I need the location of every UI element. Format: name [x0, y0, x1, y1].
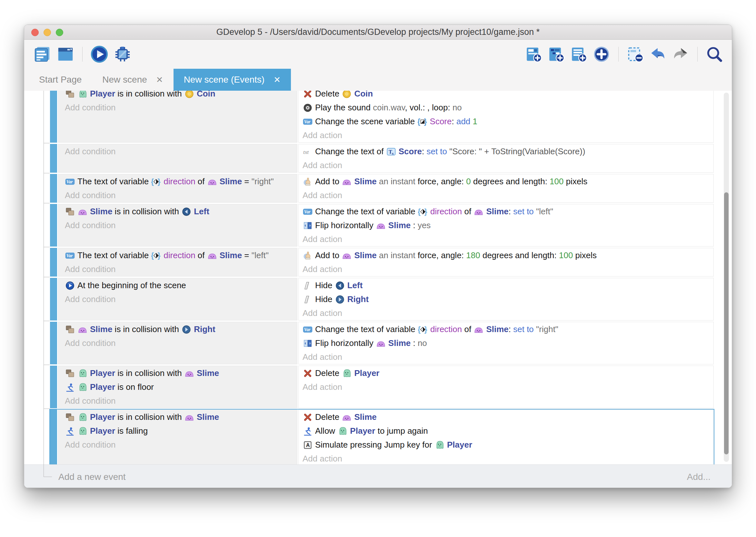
event-row[interactable]: Player is in collision with SlimePlayer … — [50, 409, 714, 464]
add-action-button[interactable]: Add action — [303, 307, 713, 319]
event-left-bar[interactable] — [50, 278, 57, 320]
add-condition-button[interactable]: Add condition — [65, 189, 297, 201]
action-line[interactable]: Delete Slime — [303, 411, 713, 425]
add-condition-button[interactable]: Add condition — [65, 102, 297, 113]
add-new-event-button[interactable]: Add a new event — [58, 472, 126, 482]
add-condition-button[interactable]: Add condition — [65, 337, 297, 349]
event-row[interactable]: VarThe text of variable {}direction of S… — [50, 248, 714, 276]
actions-panel[interactable]: Add to Slime an instant force, angle: 0 … — [298, 174, 714, 203]
condition-line[interactable]: Player is in collision with Slime — [65, 367, 297, 381]
scrollbar-thumb[interactable] — [724, 192, 729, 454]
action-line[interactable]: ASimulate pressing Jump key for Player — [303, 439, 713, 453]
add-condition-button[interactable]: Add condition — [65, 220, 297, 231]
conditions-panel[interactable]: Slime is in collision with LeftAdd condi… — [58, 204, 297, 247]
actions-panel[interactable]: Delete PlayerAdd action — [298, 366, 714, 408]
conditions-panel[interactable]: At the beginning of the sceneAdd conditi… — [58, 278, 297, 320]
add-action-button[interactable]: Add action — [303, 189, 713, 201]
close-window-button[interactable] — [31, 29, 39, 36]
tab-new-scene[interactable]: New scene✕ — [92, 69, 173, 91]
tab-start-page[interactable]: Start Page — [29, 69, 92, 91]
add-action-button[interactable]: Add action — [303, 159, 713, 171]
conditions-panel[interactable]: VarThe text of variable {}direction of S… — [58, 174, 297, 203]
event-left-bar[interactable] — [50, 144, 57, 173]
event-row[interactable]: VarThe text of variable {}direction of S… — [50, 174, 714, 203]
action-line[interactable]: Allow Player to jump again — [303, 425, 713, 439]
action-line[interactable]: txtChange the text of TxScore: set to "S… — [303, 145, 713, 159]
add-circle-icon[interactable] — [593, 46, 610, 62]
add-condition-button[interactable]: Add condition — [65, 395, 297, 407]
action-line[interactable]: Hide Right — [303, 293, 713, 307]
event-row[interactable]: Player is in collision with CoinAdd cond… — [50, 91, 714, 143]
action-line[interactable]: Flip horizontally Slime : yes — [303, 220, 713, 233]
event-left-bar[interactable] — [50, 366, 57, 408]
conditions-panel[interactable]: Slime is in collision with RightAdd cond… — [58, 322, 297, 364]
action-line[interactable]: Flip horizontally Slime : no — [303, 337, 713, 351]
add-button[interactable]: Add... — [687, 472, 710, 482]
event-row[interactable]: Player is in collision with SlimePlayer … — [50, 366, 714, 408]
action-line[interactable]: Add to Slime an instant force, angle: 18… — [303, 249, 713, 263]
remove-event-icon[interactable] — [627, 46, 644, 62]
action-line[interactable]: VarChange the scene variable {}Score: ad… — [303, 115, 713, 129]
zoom-window-button[interactable] — [56, 29, 63, 36]
undo-icon[interactable] — [650, 46, 666, 62]
actions-panel[interactable]: VarChange the text of variable {}directi… — [298, 204, 714, 247]
condition-line[interactable]: Player is in collision with Slime — [65, 411, 297, 425]
conditions-panel[interactable]: VarThe text of variable {}direction of S… — [58, 248, 297, 276]
action-line[interactable]: Add to Slime an instant force, angle: 0 … — [303, 176, 713, 189]
event-left-bar[interactable] — [50, 204, 57, 247]
add-event-icon[interactable] — [525, 46, 542, 62]
condition-line[interactable]: VarThe text of variable {}direction of S… — [65, 249, 297, 263]
condition-line[interactable]: Player is falling — [65, 425, 297, 439]
add-condition-button[interactable]: Add condition — [65, 439, 297, 450]
actions-panel[interactable]: txtChange the text of TxScore: set to "S… — [298, 144, 714, 173]
conditions-panel[interactable]: Player is in collision with SlimePlayer … — [58, 366, 297, 408]
event-row[interactable]: Slime is in collision with LeftAdd condi… — [50, 204, 714, 247]
action-line[interactable]: VarChange the text of variable {}directi… — [303, 323, 713, 337]
condition-line[interactable]: Slime is in collision with Right — [65, 323, 297, 337]
event-row[interactable]: Add conditiontxtChange the text of TxSco… — [50, 144, 714, 173]
action-line[interactable]: VarChange the text of variable {}directi… — [303, 206, 713, 220]
add-action-button[interactable]: Add action — [303, 129, 713, 141]
play-icon[interactable] — [90, 45, 108, 63]
add-action-button[interactable]: Add action — [303, 263, 713, 275]
condition-line[interactable]: Slime is in collision with Left — [65, 206, 297, 220]
scrollbar[interactable] — [724, 93, 729, 462]
project-manager-icon[interactable] — [33, 45, 51, 63]
action-line[interactable]: Hide Left — [303, 279, 713, 293]
condition-line[interactable]: Player is on floor — [65, 381, 297, 395]
add-condition-button[interactable]: Add condition — [65, 145, 297, 157]
conditions-panel[interactable]: Add condition — [58, 144, 297, 173]
add-action-button[interactable]: Add action — [303, 381, 713, 393]
event-row[interactable]: Slime is in collision with RightAdd cond… — [50, 322, 714, 364]
close-tab-icon[interactable]: ✕ — [274, 75, 281, 85]
actions-panel[interactable]: VarChange the text of variable {}directi… — [298, 322, 714, 364]
event-row[interactable]: At the beginning of the sceneAdd conditi… — [50, 278, 714, 320]
actions-panel[interactable]: Delete CoinPlay the sound coin.wav, vol.… — [298, 91, 714, 143]
add-sub-event-icon[interactable] — [548, 46, 565, 62]
event-left-bar[interactable] — [50, 409, 57, 464]
actions-panel[interactable]: Delete SlimeAllow Player to jump againAS… — [298, 409, 714, 464]
minimize-window-button[interactable] — [44, 29, 51, 36]
actions-panel[interactable]: Add to Slime an instant force, angle: 18… — [298, 248, 714, 276]
redo-icon[interactable] — [672, 46, 689, 62]
event-left-bar[interactable] — [50, 91, 57, 143]
conditions-panel[interactable]: Player is in collision with CoinAdd cond… — [58, 91, 297, 143]
debug-icon[interactable] — [114, 45, 132, 63]
add-comment-icon[interactable] — [571, 46, 587, 62]
condition-line[interactable]: At the beginning of the scene — [65, 279, 297, 293]
conditions-panel[interactable]: Player is in collision with SlimePlayer … — [58, 409, 297, 464]
add-action-button[interactable]: Add action — [303, 233, 713, 245]
event-left-bar[interactable] — [50, 322, 57, 364]
tab-new-scene-events[interactable]: New scene (Events)✕ — [173, 69, 291, 91]
scene-editor-icon[interactable] — [57, 45, 74, 63]
add-condition-button[interactable]: Add condition — [65, 263, 297, 275]
event-left-bar[interactable] — [50, 248, 57, 276]
action-line[interactable]: Play the sound coin.wav, vol.: , loop: n… — [303, 102, 713, 115]
condition-line[interactable]: VarThe text of variable {}direction of S… — [65, 176, 297, 189]
search-icon[interactable] — [706, 46, 723, 62]
condition-line[interactable]: Player is in collision with Coin — [65, 91, 297, 102]
add-condition-button[interactable]: Add condition — [65, 293, 297, 305]
action-line[interactable]: Delete Player — [303, 367, 713, 381]
add-action-button[interactable]: Add action — [303, 453, 713, 464]
close-tab-icon[interactable]: ✕ — [156, 75, 163, 85]
